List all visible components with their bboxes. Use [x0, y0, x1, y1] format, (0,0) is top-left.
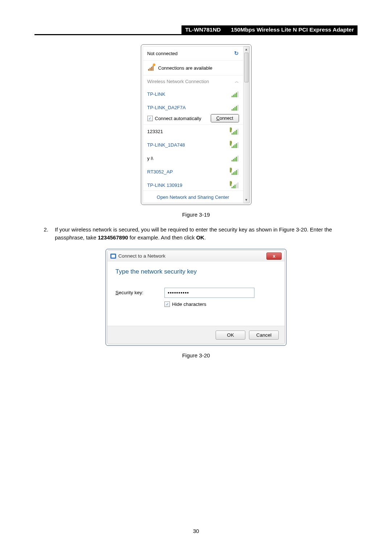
network-icon	[110, 254, 116, 259]
status-text: Not connected	[147, 51, 178, 56]
signal-available-icon	[147, 64, 155, 71]
hide-characters-label: Hide characters	[172, 301, 207, 307]
security-key-label: Security key:	[115, 290, 164, 295]
instruction-step: 2. If your wireless network is secured, …	[34, 226, 358, 242]
security-key-dialog: Connect to a Network x Type the network …	[106, 249, 286, 346]
signal-icon	[231, 155, 239, 161]
network-item[interactable]: 123321	[143, 125, 243, 138]
network-item[interactable]: TP-LINK	[143, 87, 243, 101]
doc-header: TL-WN781ND 150Mbps Wireless Lite N PCI E…	[34, 25, 358, 35]
scroll-thumb[interactable]	[244, 53, 249, 82]
connect-expand-row: ✓ Connect automatically Connect	[143, 112, 243, 125]
cancel-button[interactable]: Cancel	[249, 331, 279, 340]
product-description: 150Mbps Wireless Lite N PCI Express Adap…	[224, 26, 358, 33]
signal-secured-icon	[231, 128, 239, 135]
close-icon[interactable]: x	[266, 253, 282, 260]
network-item[interactable]: TP-LINK_1DA748	[143, 138, 243, 152]
ok-button[interactable]: OK	[216, 331, 245, 340]
signal-secured-icon	[231, 142, 239, 148]
network-item[interactable]: RT3052_AP	[143, 165, 243, 178]
connect-button[interactable]: Connect	[211, 114, 239, 122]
security-key-input[interactable]	[164, 288, 254, 298]
scroll-up-icon[interactable]: ▲	[244, 46, 249, 52]
wireless-section-header[interactable]: Wireless Network Connection ︿	[143, 75, 243, 87]
figure-caption: Figure 3-19	[34, 212, 358, 218]
available-text: Connections are available	[158, 65, 213, 71]
signal-icon	[231, 104, 239, 111]
model-number: TL-WN781ND	[181, 26, 224, 33]
open-network-center-link[interactable]: Open Network and Sharing Center	[143, 190, 243, 203]
signal-secured-icon	[231, 182, 239, 188]
dialog-title-bar: Connect to a Network x	[107, 251, 285, 262]
scroll-down-icon[interactable]: ▼	[244, 197, 249, 203]
page-number: 30	[0, 528, 392, 534]
figure-caption: Figure 3-20	[34, 352, 358, 358]
connection-status-row: Not connected ↻	[143, 46, 243, 61]
connections-available-row: Connections are available	[143, 61, 243, 75]
signal-secured-icon	[231, 169, 239, 175]
signal-icon	[231, 91, 239, 97]
network-item[interactable]: у і\	[143, 152, 243, 165]
hide-characters-checkbox[interactable]: ✓	[164, 301, 170, 307]
dialog-heading: Type the network security key	[115, 268, 277, 275]
network-item[interactable]: TP-LINK 130919	[143, 178, 243, 190]
refresh-icon[interactable]: ↻	[234, 50, 239, 57]
network-item-selected[interactable]: TP-LINK_DA2F7A	[143, 101, 243, 112]
wifi-flyout: Not connected ↻ Connections are availabl…	[141, 44, 252, 205]
step-number: 2.	[34, 226, 55, 242]
scrollbar[interactable]: ▲ ▼	[244, 46, 250, 203]
connect-auto-checkbox[interactable]: ✓	[147, 116, 153, 121]
chevron-up-icon: ︿	[235, 79, 239, 84]
